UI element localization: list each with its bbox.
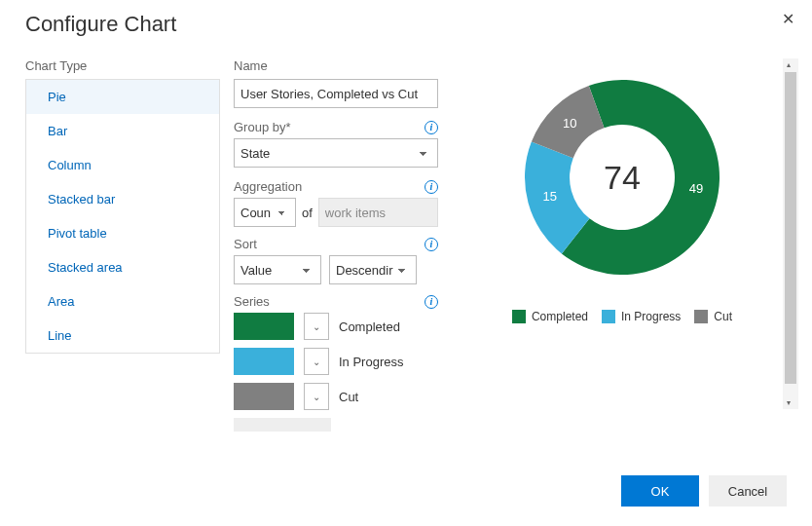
sort-direction-select[interactable]: Descendir <box>329 255 417 284</box>
info-icon[interactable]: i <box>424 238 438 251</box>
aggregation-of-input <box>318 198 438 227</box>
series-row: ⌄Completed <box>234 313 438 340</box>
donut-slice-value: 10 <box>563 116 576 131</box>
groupby-label: Group by* <box>234 120 291 134</box>
name-input[interactable] <box>234 79 438 108</box>
series-row: ⌄Cut <box>234 383 438 410</box>
series-list: ⌄Completed⌄In Progress⌄Cut <box>234 313 438 410</box>
donut-chart: 49151074 <box>496 62 749 296</box>
chart-type-label: Chart Type <box>25 58 220 73</box>
chart-type-item-stacked-area[interactable]: Stacked area <box>26 250 219 284</box>
legend-swatch <box>694 310 708 323</box>
series-item-label: In Progress <box>339 355 403 369</box>
donut-slice-value: 49 <box>689 181 703 196</box>
info-icon[interactable]: i <box>424 295 438 309</box>
donut-slice-value: 15 <box>542 189 556 204</box>
chart-type-item-area[interactable]: Area <box>26 284 219 319</box>
series-color-dropdown[interactable]: ⌄ <box>304 383 329 410</box>
of-label: of <box>302 206 313 220</box>
sort-field-select[interactable]: Value <box>234 255 321 284</box>
dialog-title: Configure Chart <box>25 12 793 37</box>
name-label: Name <box>234 58 438 73</box>
series-label: Series <box>234 294 270 309</box>
donut-total: 74 <box>604 159 641 196</box>
ok-button[interactable]: OK <box>621 475 699 507</box>
chart-legend: CompletedIn ProgressCut <box>512 310 732 323</box>
legend-swatch <box>602 310 615 323</box>
aggregation-label: Aggregation <box>234 179 302 194</box>
legend-item: Cut <box>694 310 732 323</box>
legend-label: In Progress <box>621 310 681 323</box>
legend-label: Cut <box>714 310 732 323</box>
legend-label: Completed <box>532 310 588 323</box>
chart-type-item-pivot-table[interactable]: Pivot table <box>26 216 219 250</box>
aggregation-func-select[interactable]: Coun <box>234 198 296 227</box>
series-item-label: Cut <box>339 390 358 404</box>
series-placeholder <box>234 418 331 432</box>
legend-item: In Progress <box>602 310 681 323</box>
series-row: ⌄In Progress <box>234 348 438 375</box>
cancel-button[interactable]: Cancel <box>709 475 787 507</box>
series-color-swatch[interactable] <box>234 313 294 340</box>
sort-label: Sort <box>234 237 257 251</box>
legend-swatch <box>512 310 526 323</box>
series-color-dropdown[interactable]: ⌄ <box>304 313 329 340</box>
series-item-label: Completed <box>339 319 400 334</box>
series-color-swatch[interactable] <box>234 383 294 410</box>
chart-type-item-column[interactable]: Column <box>26 148 219 182</box>
chart-type-item-line[interactable]: Line <box>26 319 219 353</box>
legend-item: Completed <box>512 310 588 323</box>
info-icon[interactable]: i <box>424 180 438 194</box>
chart-type-item-bar[interactable]: Bar <box>26 114 219 148</box>
chart-type-item-pie[interactable]: Pie <box>26 80 219 114</box>
series-color-swatch[interactable] <box>234 348 294 375</box>
chart-type-list: PieBarColumnStacked barPivot tableStacke… <box>25 79 220 354</box>
scrollbar[interactable] <box>783 58 798 409</box>
groupby-select[interactable]: State <box>234 138 438 168</box>
series-color-dropdown[interactable]: ⌄ <box>304 348 329 375</box>
chart-type-item-stacked-bar[interactable]: Stacked bar <box>26 182 219 216</box>
info-icon[interactable]: i <box>424 121 438 134</box>
close-icon[interactable]: ✕ <box>782 10 794 28</box>
